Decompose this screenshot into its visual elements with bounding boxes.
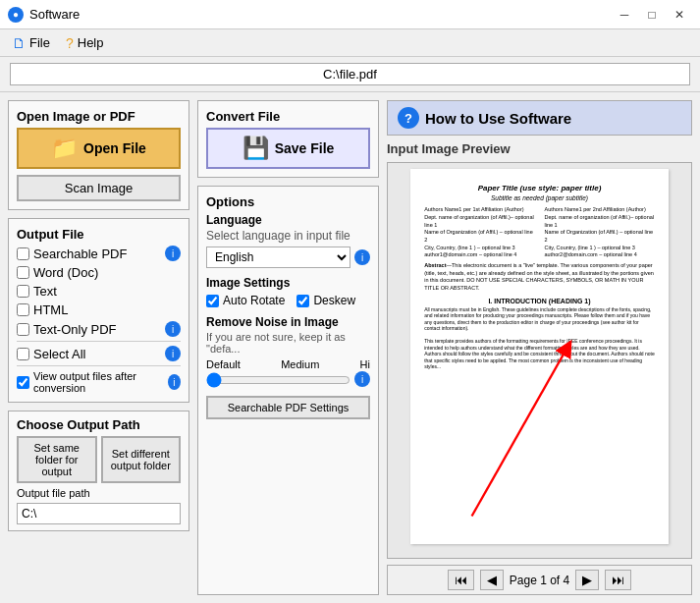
path-bar [0, 57, 700, 92]
menu-file-label: File [29, 35, 50, 50]
select-all-label: Select All [33, 347, 85, 361]
text-only-pdf-label: Text-Only PDF [33, 322, 117, 337]
view-output-info-icon[interactable]: i [168, 374, 181, 390]
open-section: Open Image or PDF 📁 Open File Scan Image [8, 100, 189, 210]
window-controls: ─ □ ✕ [612, 5, 692, 25]
noise-icons: i [206, 370, 370, 388]
svg-line-1 [472, 347, 567, 516]
different-folder-button[interactable]: Set different output folder [101, 436, 182, 483]
noise-default-label: Default [206, 358, 241, 370]
folder-icon: 📁 [51, 136, 78, 161]
language-select-row: English i [206, 247, 370, 268]
how-to-section: ? How to Use Software [387, 100, 692, 136]
text-only-pdf-row: Text-Only PDF i [17, 321, 181, 337]
options-section: Options Language Select language in inpu… [197, 186, 379, 595]
output-path-label: Output file path [17, 487, 181, 499]
paper-body-text: All manuscripts must be in English. Thes… [424, 306, 655, 370]
noise-medium-label: Medium [281, 358, 319, 370]
language-info-icon[interactable]: i [354, 249, 370, 265]
view-output-checkbox[interactable] [17, 376, 29, 389]
output-section: Output File Searchable PDF i Word (Doc) … [8, 218, 189, 403]
middle-panel: Convert File 💾 Save File Options Languag… [197, 100, 379, 595]
open-section-title: Open Image or PDF [17, 109, 181, 124]
select-all-checkbox[interactable] [17, 348, 29, 360]
author-col-2: Authors Name1 per 2nd Affiliation (Autho… [545, 206, 655, 259]
app-title: Software [29, 7, 612, 22]
how-to-icon: ? [398, 107, 419, 129]
menu-help-label: Help [78, 35, 104, 50]
noise-slider-labels: Default Medium Hi [206, 358, 370, 370]
language-select[interactable]: English [206, 247, 350, 268]
paper-abstract: Abstract—This electronic document is a "… [424, 262, 655, 293]
nav-first-button[interactable]: ⏮ [448, 570, 474, 590]
right-panel: ? How to Use Software Input Image Previe… [387, 100, 692, 595]
output-section-title: Output File [17, 227, 181, 242]
convert-section: Convert File 💾 Save File [197, 100, 379, 178]
html-checkbox[interactable] [17, 303, 29, 316]
image-settings-title: Image Settings [206, 276, 370, 290]
same-folder-button[interactable]: Set same folder for output [17, 436, 97, 483]
word-doc-label: Word (Doc) [33, 265, 98, 280]
auto-rotate-label: Auto Rotate [223, 294, 285, 307]
select-all-info-icon[interactable]: i [165, 346, 181, 361]
searchable-pdf-settings-button[interactable]: Searchable PDF Settings [206, 396, 370, 419]
file-icon: 🗋 [12, 35, 26, 51]
convert-section-title: Convert File [206, 109, 370, 124]
menu-file[interactable]: 🗋 File [4, 32, 58, 54]
options-title: Options [206, 194, 370, 209]
searchable-pdf-info-icon[interactable]: i [165, 246, 181, 261]
searchable-pdf-checkbox[interactable] [17, 247, 29, 260]
preview-area: Paper Title (use style: paper title) Sub… [387, 162, 692, 559]
nav-next-button[interactable]: ▶ [575, 570, 599, 590]
main-content: Open Image or PDF 📁 Open File Scan Image… [0, 92, 700, 603]
language-desc: Select language in input file [206, 229, 370, 243]
auto-rotate-checkbox[interactable] [206, 295, 219, 307]
deskew-label: Deskew [313, 294, 355, 307]
image-settings: Image Settings Auto Rotate Deskew [206, 276, 370, 307]
nav-prev-button[interactable]: ◀ [480, 570, 504, 590]
save-file-button[interactable]: 💾 Save File [206, 128, 370, 169]
paper-subtitle: Subtitle as needed (paper subtitle) [424, 193, 655, 202]
view-output-label: View output files after conversion [33, 370, 164, 394]
page-label: Page 1 of 4 [510, 574, 569, 587]
word-doc-row: Word (Doc) [17, 265, 181, 280]
html-row: HTML [17, 302, 181, 317]
output-path-title: Choose Output Path [17, 417, 181, 432]
file-path-input[interactable] [10, 63, 690, 85]
deskew-checkbox[interactable] [296, 295, 309, 307]
noise-slider[interactable] [206, 372, 350, 388]
view-output-row: View output files after conversion i [17, 365, 181, 394]
path-buttons: Set same folder for output Set different… [17, 436, 181, 483]
word-doc-checkbox[interactable] [17, 266, 29, 279]
left-panel: Open Image or PDF 📁 Open File Scan Image… [8, 100, 189, 595]
select-all-row: Select All i [17, 341, 181, 361]
language-heading: Language [206, 213, 370, 227]
noise-info-icon[interactable]: i [354, 371, 370, 387]
nav-last-button[interactable]: ⏭ [605, 570, 631, 590]
text-checkbox[interactable] [17, 285, 29, 298]
menu-help[interactable]: ? Help [58, 32, 112, 54]
paper-title: Paper Title (use style: paper title) [424, 183, 655, 193]
searchable-pdf-label: Searchable PDF [33, 247, 127, 261]
image-checkboxes-row: Auto Rotate Deskew [206, 294, 370, 307]
scan-image-button[interactable]: Scan Image [17, 175, 181, 201]
searchable-pdf-row: Searchable PDF i [17, 246, 181, 261]
close-button[interactable]: ✕ [667, 5, 692, 25]
nav-bar: ⏮ ◀ Page 1 of 4 ▶ ⏭ [387, 565, 692, 595]
menu-bar: 🗋 File ? Help [0, 29, 700, 57]
open-file-button[interactable]: 📁 Open File [17, 128, 181, 169]
maximize-button[interactable]: □ [639, 5, 665, 25]
text-only-pdf-info-icon[interactable]: i [165, 321, 181, 337]
paper-authors: Authors Name1 per 1st Affiliation (Autho… [424, 206, 655, 259]
text-row: Text [17, 284, 181, 299]
preview-paper: Paper Title (use style: paper title) Sub… [410, 169, 669, 544]
title-bar: ● Software ─ □ ✕ [0, 0, 700, 29]
output-path-input[interactable] [17, 503, 181, 524]
output-path-section: Choose Output Path Set same folder for o… [8, 411, 189, 531]
text-only-pdf-checkbox[interactable] [17, 323, 29, 336]
help-icon: ? [66, 35, 74, 51]
text-label: Text [33, 284, 57, 299]
remove-noise-section: Remove Noise in Image If you are not sur… [206, 315, 370, 388]
save-icon: 💾 [242, 136, 269, 161]
minimize-button[interactable]: ─ [612, 5, 637, 25]
